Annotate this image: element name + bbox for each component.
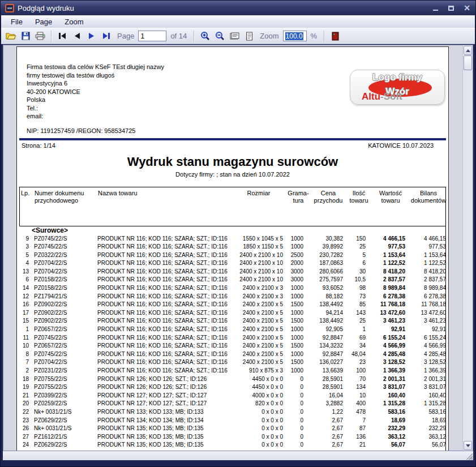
cell-size: 0 x 0 x 0 [231, 425, 285, 433]
company-line: email: [27, 112, 448, 121]
table-row: 17 PZ0902/22/S PRODUKT NR 116; KOD 116; … [20, 309, 445, 318]
next-page-button[interactable] [85, 29, 98, 43]
table-row: 8 PZ0745/22/S PRODUKT NR 116; KOD 116; S… [20, 350, 445, 359]
cell-name: PRODUKT NR 116; KOD 116; SZARA; SZT.; ID… [97, 334, 231, 342]
cell-qty: 400 [345, 400, 371, 408]
open-button[interactable] [4, 29, 18, 43]
resize-grip[interactable] [465, 452, 473, 460]
print-button[interactable] [33, 29, 47, 43]
cell-lp: 20 [20, 400, 34, 408]
cell-gram: 2000 [285, 259, 310, 268]
print-preview-window: ww Podgląd wydruku ✕ File Page Zoom [0, 0, 476, 467]
cell-price: 136,0227 [310, 358, 345, 367]
table-row: 16 PZ0902/22/S PRODUKT NR 116; KOD 116; … [20, 301, 445, 309]
cell-lp: 26 [20, 425, 34, 433]
table-row: 1 PZ0657/22/S PRODUKT NR 116; KOD 116; S… [20, 325, 445, 334]
zoom-input[interactable]: 100.0 [283, 31, 307, 41]
cell-balance: 2 837,57 [409, 276, 446, 284]
cell-name: PRODUKT NR 127; KOD 127; SZT.; ID:127 [97, 392, 231, 400]
cell-balance: 6 155,24 [409, 334, 446, 342]
cell-price: 230,7282 [310, 251, 345, 260]
vertical-scrollbar[interactable] [462, 45, 473, 451]
cell-qty: 10,5 [345, 276, 371, 284]
cell-qty: 23 [345, 358, 371, 367]
table-row: 14 PZ0158/22/S PRODUKT NR 116; KOD 116; … [20, 284, 445, 293]
status-bar [3, 451, 473, 460]
cell-doc: PZ0231/22/S [34, 367, 97, 375]
menu-bar: File Page Zoom [1, 15, 475, 28]
app-icon: ww [5, 4, 14, 12]
col-header-lp: Lp. [21, 190, 35, 226]
cell-price: 2,67 [310, 425, 345, 433]
cell-balance: 363,12 [409, 433, 446, 442]
cell-lp: 16 [20, 301, 34, 309]
cell-balance: 6 278,38 [409, 293, 446, 301]
cell-name: PRODUKT NR 116; KOD 116; SZARA; SZT.; ID… [97, 325, 231, 334]
toolbar-separator [324, 31, 324, 42]
menu-page[interactable]: Page [29, 16, 58, 27]
cell-balance: 18,69 [409, 417, 446, 425]
cell-name: PRODUKT NR 116; KOD 116; SZARA; SZT.; ID… [97, 251, 231, 260]
cell-price: 2,67 [310, 417, 345, 425]
cell-gram: 1000 [285, 367, 310, 375]
first-page-button[interactable] [55, 29, 69, 43]
cell-gram: 2500 [285, 251, 310, 260]
menu-zoom[interactable]: Zoom [58, 16, 89, 27]
fit-width-button[interactable] [228, 29, 241, 43]
scroll-down-button[interactable] [464, 441, 472, 450]
cell-size: 2400 x 2100 x 5 [231, 350, 285, 359]
zoom-out-button[interactable] [213, 29, 226, 43]
page-input-value: 1 [140, 32, 144, 40]
cell-balance: 11 768,18 [409, 301, 446, 309]
table-header: Lp. Numer dokumenu przychodowego Nazwa t… [19, 187, 446, 226]
cell-size: 0 x 0 x 0 [231, 408, 285, 417]
cell-gram: 1000 [285, 243, 310, 251]
cell-qty: 143 [345, 309, 371, 318]
cell-gram: 1000 [285, 325, 310, 334]
cell-doc: PZ1794/21/S [34, 293, 97, 301]
cell-price: 93,6052 [310, 284, 345, 293]
cell-price: 92,8847 [310, 350, 345, 359]
table-row: 18 PZ0755/22/S PRODUKT NR 126; KOD 126; … [20, 375, 445, 384]
cell-balance: 1 366,39 [409, 367, 446, 375]
maximize-icon[interactable] [448, 6, 454, 11]
exit-button[interactable] [328, 29, 342, 43]
cell-gram: 1000 [285, 350, 310, 359]
cell-gram: 0 [285, 392, 310, 400]
cell-lp: 19 [20, 383, 34, 392]
cell-value: 1 366,39 [371, 367, 409, 375]
scrollbar-thumb[interactable] [464, 55, 472, 70]
cell-size: 2400 x 2100 x 5 [231, 309, 285, 318]
save-button[interactable] [19, 29, 32, 43]
cell-gram: 1500 [285, 317, 310, 325]
table-row: 19 PZ0755/22/S PRODUKT NR 126; KOD 126; … [20, 383, 445, 392]
save-icon [22, 32, 30, 40]
table-row: 7 PZ0704/22/S PRODUKT NR 116; KOD 116; S… [20, 358, 445, 367]
cell-balance: 13 472,60 [409, 309, 446, 318]
cell-price: 2,67 [310, 449, 345, 451]
cell-value: 1 122,52 [371, 259, 409, 268]
cell-qty: 98 [345, 284, 371, 293]
fit-page-button[interactable] [242, 29, 256, 43]
cell-value: 56,07 [371, 441, 409, 449]
menu-file[interactable]: File [5, 16, 29, 27]
prev-page-button[interactable] [70, 29, 84, 43]
cell-qty: 21 [345, 441, 371, 449]
cell-name: PRODUKT NR 133; KOD 133; MB; ID:133 [97, 408, 231, 417]
cell-price: 92,905 [310, 325, 345, 334]
table-row: 5 PZ0322/22/S PRODUKT NR 116; KOD 116; S… [20, 251, 445, 260]
scroll-up-button[interactable] [464, 46, 472, 55]
minimize-icon[interactable] [433, 6, 438, 11]
zoom-in-button[interactable] [198, 29, 212, 43]
cell-qty: 7 [345, 417, 371, 425]
cell-lp: 7 [20, 358, 34, 367]
cell-qty: 87 [345, 425, 371, 433]
cell-name: PRODUKT NR 116; KOD 116; SZARA; SZT.; ID… [97, 367, 231, 375]
table-row: 3 PZ0745/22/S PRODUKT NR 116; KOD 116; S… [20, 243, 445, 251]
page-input[interactable]: 1 [138, 31, 166, 41]
cell-doc: PZ0745/22/S [34, 334, 97, 342]
last-page-button[interactable] [100, 29, 113, 43]
close-icon[interactable]: ✕ [463, 3, 471, 12]
cell-doc: PZ0629/22/S [34, 417, 97, 425]
percent-label: % [311, 32, 318, 40]
